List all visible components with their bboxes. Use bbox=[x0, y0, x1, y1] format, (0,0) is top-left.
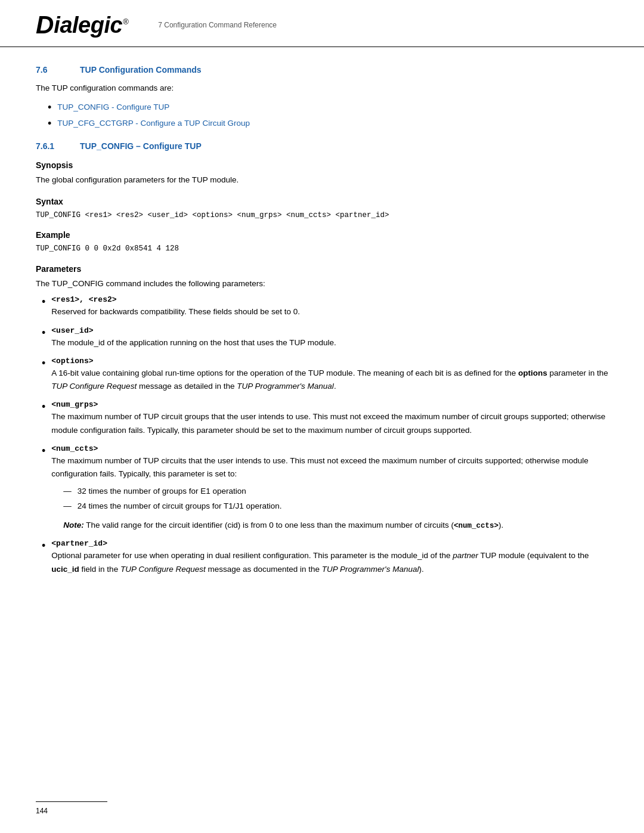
param-desc-numccts: The maximum number of TUP circuits that … bbox=[51, 454, 608, 532]
partner-italic: partner bbox=[453, 551, 478, 560]
synopsis-heading: Synopsis bbox=[36, 160, 608, 170]
param-desc-partnerid: Optional parameter for use when operatin… bbox=[51, 549, 608, 576]
section-761-num: 7.6.1 bbox=[36, 141, 66, 151]
parameters-heading: Parameters bbox=[36, 264, 608, 274]
sub-bullet-t1j1-text: 24 times the number of circuit groups fo… bbox=[78, 500, 282, 513]
parameters-intro: The TUP_CONFIG command includes the foll… bbox=[36, 277, 608, 290]
param-desc-userid: The module_id of the application running… bbox=[51, 336, 608, 349]
section-76-links: TUP_CONFIG - Configure TUP TUP_CFG_CCTGR… bbox=[48, 101, 608, 131]
page-number: 144 bbox=[36, 807, 48, 815]
section-761-title: TUP_CONFIG – Configure TUP bbox=[80, 141, 202, 151]
logo-rest: ialegic® bbox=[54, 13, 128, 38]
main-content: 7.6 TUP Configuration Commands The TUP c… bbox=[0, 47, 644, 619]
param-name-res: <res1>, <res2> bbox=[51, 295, 608, 304]
header-nav-title: 7 Configuration Command Reference bbox=[146, 21, 277, 29]
numccts-sub-list: 32 times the number of groups for E1 ope… bbox=[63, 485, 608, 513]
section-761-heading: 7.6.1 TUP_CONFIG – Configure TUP bbox=[36, 141, 608, 151]
syntax-code: TUP_CONFIG <res1> <res2> <user_id> <opti… bbox=[36, 210, 608, 221]
section-76-heading: 7.6 TUP Configuration Commands bbox=[36, 65, 608, 75]
param-item-partnerid-content: <partner_id> Optional parameter for use … bbox=[51, 539, 608, 576]
section-76-intro: The TUP configuration commands are: bbox=[36, 82, 608, 95]
partner-italic3: TUP Programmer's Manual bbox=[322, 565, 419, 574]
param-item-numccts: <num_ccts> The maximum number of TUP cir… bbox=[42, 444, 608, 532]
logo-reg: ® bbox=[123, 17, 128, 26]
synopsis-text: The global configuration parameters for … bbox=[36, 174, 608, 187]
param-list: <res1>, <res2> Reserved for backwards co… bbox=[42, 295, 608, 575]
options-bold: options bbox=[518, 368, 547, 377]
param-item-partnerid: <partner_id> Optional parameter for use … bbox=[42, 539, 608, 576]
param-desc-numgrps: The maximum number of TUP circuit groups… bbox=[51, 410, 608, 437]
options-italic2: TUP Programmer's Manual bbox=[237, 382, 334, 391]
ucicid-bold: ucic_id bbox=[51, 565, 79, 574]
param-item-res-content: <res1>, <res2> Reserved for backwards co… bbox=[51, 295, 608, 318]
note-label: Note: bbox=[63, 521, 84, 529]
section-76-num: 7.6 bbox=[36, 65, 66, 75]
note-block: Note: The valid range for the circuit id… bbox=[63, 519, 608, 532]
example-code: TUP_CONFIG 0 0 0x2d 0x8541 4 128 bbox=[36, 243, 608, 255]
page-footer: 144 bbox=[36, 801, 608, 815]
param-name-numccts: <num_ccts> bbox=[51, 444, 608, 453]
param-desc-options: A 16-bit value containing global run-tim… bbox=[51, 367, 608, 394]
param-item-userid: <user_id> The module_id of the applicati… bbox=[42, 326, 608, 349]
example-heading: Example bbox=[36, 230, 608, 240]
partner-italic2: TUP Configure Request bbox=[120, 565, 206, 574]
numccts-intro-text: The maximum number of TUP circuits that … bbox=[51, 456, 588, 478]
syntax-heading: Syntax bbox=[36, 197, 608, 206]
logo: D ialegic® bbox=[36, 11, 128, 39]
param-item-userid-content: <user_id> The module_id of the applicati… bbox=[51, 326, 608, 349]
sub-bullet-e1: 32 times the number of groups for E1 ope… bbox=[63, 485, 608, 498]
param-item-res: <res1>, <res2> Reserved for backwards co… bbox=[42, 295, 608, 318]
link-tup-config[interactable]: TUP_CONFIG - Configure TUP bbox=[57, 101, 169, 114]
footer-divider bbox=[36, 801, 107, 802]
link-tup-cfg-cctgrp[interactable]: TUP_CFG_CCTGRP - Configure a TUP Circuit… bbox=[57, 117, 250, 130]
param-desc-res: Reserved for backwards compatibility. Th… bbox=[51, 305, 608, 318]
param-item-numccts-content: <num_ccts> The maximum number of TUP cir… bbox=[51, 444, 608, 532]
param-item-numgrps-content: <num_grps> The maximum number of TUP cir… bbox=[51, 400, 608, 437]
list-item[interactable]: TUP_CFG_CCTGRP - Configure a TUP Circuit… bbox=[48, 117, 608, 131]
param-name-userid: <user_id> bbox=[51, 326, 608, 335]
sub-bullet-e1-text: 32 times the number of groups for E1 ope… bbox=[78, 485, 246, 498]
note-numccts-ref: <num_ccts> bbox=[454, 522, 499, 530]
note-text: The valid range for the circuit identifi… bbox=[86, 521, 503, 529]
list-item[interactable]: TUP_CONFIG - Configure TUP bbox=[48, 101, 608, 114]
param-item-numgrps: <num_grps> The maximum number of TUP cir… bbox=[42, 400, 608, 437]
param-item-options-content: <options> A 16-bit value containing glob… bbox=[51, 357, 608, 394]
page-header: D ialegic® 7 Configuration Command Refer… bbox=[0, 0, 644, 47]
sub-bullet-t1j1: 24 times the number of circuit groups fo… bbox=[63, 500, 608, 513]
param-name-partnerid: <partner_id> bbox=[51, 539, 608, 548]
section-76-title: TUP Configuration Commands bbox=[80, 65, 202, 75]
logo-d: D bbox=[36, 11, 54, 39]
param-name-numgrps: <num_grps> bbox=[51, 400, 608, 409]
param-item-options: <options> A 16-bit value containing glob… bbox=[42, 357, 608, 394]
param-name-options: <options> bbox=[51, 357, 608, 366]
options-italic1: TUP Configure Request bbox=[51, 382, 137, 391]
